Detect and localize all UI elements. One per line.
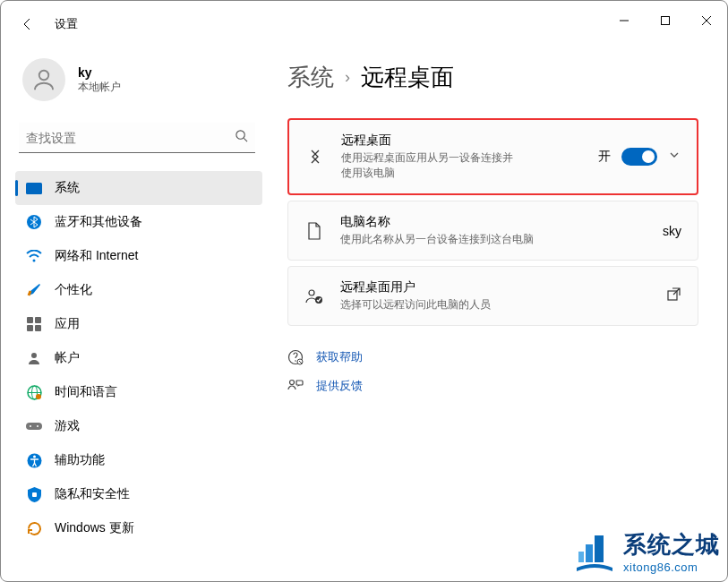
remote-icon bbox=[305, 148, 325, 166]
search-field[interactable] bbox=[26, 131, 235, 145]
svg-rect-11 bbox=[35, 317, 41, 323]
back-button[interactable] bbox=[19, 15, 37, 33]
watermark: 系统之城 xitong86.com bbox=[573, 529, 720, 574]
card-desc: 选择可以远程访问此电脑的人员 bbox=[340, 297, 651, 312]
svg-line-6 bbox=[244, 138, 247, 141]
sidebar-item-accessibility[interactable]: 辅助功能 bbox=[15, 443, 262, 477]
breadcrumb-parent[interactable]: 系统 bbox=[287, 62, 334, 93]
svg-point-32 bbox=[290, 381, 295, 385]
sidebar-item-personalization[interactable]: 个性化 bbox=[15, 273, 262, 307]
pc-name-value: sky bbox=[663, 224, 681, 238]
external-link-icon bbox=[667, 287, 681, 304]
user-block[interactable]: ky 本地帐户 bbox=[15, 58, 262, 101]
sidebar-item-apps[interactable]: 应用 bbox=[15, 307, 262, 341]
card-remote-users[interactable]: 远程桌面用户 选择可以远程访问此电脑的人员 bbox=[287, 266, 698, 326]
sidebar-item-label: 隐私和安全性 bbox=[55, 486, 130, 502]
sidebar-item-label: 系统 bbox=[55, 180, 80, 196]
give-feedback-link[interactable]: 提供反馈 bbox=[287, 378, 698, 394]
chevron-down-icon[interactable] bbox=[668, 149, 681, 165]
sidebar-item-label: 游戏 bbox=[55, 418, 80, 434]
close-button[interactable] bbox=[686, 6, 727, 35]
app-title: 设置 bbox=[55, 16, 78, 32]
account-icon bbox=[26, 350, 42, 366]
sidebar-item-label: 个性化 bbox=[55, 282, 92, 298]
card-remote-desktop[interactable]: 远程桌面 使用远程桌面应用从另一设备连接并使用该电脑 开 bbox=[287, 118, 698, 195]
svg-rect-19 bbox=[26, 423, 42, 430]
link-text: 获取帮助 bbox=[316, 349, 363, 365]
breadcrumb-current: 远程桌面 bbox=[361, 62, 454, 93]
get-help-link[interactable]: 获取帮助 bbox=[287, 349, 698, 365]
svg-rect-24 bbox=[32, 492, 37, 497]
card-title: 远程桌面用户 bbox=[340, 279, 651, 295]
sidebar-item-label: 网络和 Internet bbox=[55, 248, 138, 264]
remote-desktop-toggle[interactable] bbox=[621, 148, 657, 166]
feedback-icon bbox=[287, 379, 304, 393]
sidebar-item-label: 辅助功能 bbox=[55, 452, 105, 468]
user-type: 本地帐户 bbox=[78, 80, 121, 95]
brush-icon bbox=[26, 282, 42, 298]
chevron-right-icon: › bbox=[345, 68, 350, 87]
svg-rect-36 bbox=[578, 552, 584, 562]
sidebar-item-gaming[interactable]: 游戏 bbox=[15, 409, 262, 443]
card-pc-name[interactable]: 电脑名称 使用此名称从另一台设备连接到这台电脑 sky bbox=[287, 201, 698, 261]
svg-rect-12 bbox=[27, 325, 33, 331]
sidebar-item-privacy[interactable]: 隐私和安全性 bbox=[15, 477, 262, 511]
card-title: 电脑名称 bbox=[340, 214, 647, 230]
svg-rect-34 bbox=[595, 535, 604, 562]
sidebar-item-time-language[interactable]: 时间和语言 bbox=[15, 375, 262, 409]
maximize-button[interactable] bbox=[645, 6, 686, 35]
update-icon bbox=[26, 520, 42, 536]
globe-icon bbox=[26, 384, 42, 400]
search-input[interactable] bbox=[19, 123, 255, 153]
shield-icon bbox=[26, 486, 42, 502]
file-icon bbox=[304, 222, 324, 240]
sidebar-item-accounts[interactable]: 帐户 bbox=[15, 341, 262, 375]
card-title: 远程桌面 bbox=[341, 133, 582, 149]
wifi-icon bbox=[26, 248, 42, 264]
sidebar-item-bluetooth[interactable]: 蓝牙和其他设备 bbox=[15, 205, 262, 239]
svg-rect-10 bbox=[27, 317, 33, 323]
apps-icon bbox=[26, 316, 42, 332]
svg-point-29 bbox=[295, 360, 296, 362]
svg-point-5 bbox=[236, 131, 244, 139]
sidebar-item-label: 蓝牙和其他设备 bbox=[55, 214, 142, 230]
system-icon bbox=[26, 180, 42, 196]
svg-point-21 bbox=[37, 425, 39, 427]
watermark-url: xitong86.com bbox=[623, 561, 720, 574]
svg-point-20 bbox=[30, 425, 31, 427]
gamepad-icon bbox=[26, 418, 42, 434]
sidebar-item-network[interactable]: 网络和 Internet bbox=[15, 239, 262, 273]
svg-point-14 bbox=[31, 353, 37, 358]
svg-point-18 bbox=[36, 394, 41, 399]
svg-point-23 bbox=[33, 455, 36, 458]
watermark-title: 系统之城 bbox=[623, 529, 720, 561]
svg-rect-13 bbox=[35, 325, 41, 331]
toggle-state-label: 开 bbox=[598, 149, 611, 165]
minimize-button[interactable] bbox=[604, 6, 645, 35]
accessibility-icon bbox=[26, 452, 42, 468]
svg-rect-7 bbox=[26, 183, 42, 194]
sidebar-item-system[interactable]: 系统 bbox=[15, 171, 262, 205]
help-icon bbox=[287, 349, 304, 365]
svg-point-4 bbox=[39, 71, 49, 81]
watermark-logo bbox=[573, 530, 616, 573]
svg-point-25 bbox=[309, 290, 314, 295]
card-desc: 使用远程桌面应用从另一设备连接并使用该电脑 bbox=[341, 150, 520, 181]
user-name: ky bbox=[78, 65, 121, 80]
search-icon bbox=[235, 129, 248, 146]
bluetooth-icon bbox=[26, 214, 42, 230]
sidebar-item-windows-update[interactable]: Windows 更新 bbox=[15, 511, 262, 545]
card-desc: 使用此名称从另一台设备连接到这台电脑 bbox=[340, 232, 647, 247]
sidebar-item-label: Windows 更新 bbox=[55, 520, 134, 536]
svg-rect-33 bbox=[296, 381, 303, 385]
sidebar-item-label: 时间和语言 bbox=[55, 384, 117, 400]
users-icon bbox=[304, 288, 324, 304]
breadcrumb: 系统 › 远程桌面 bbox=[287, 62, 698, 93]
svg-point-9 bbox=[33, 260, 36, 262]
link-text: 提供反馈 bbox=[316, 378, 363, 394]
avatar bbox=[22, 58, 65, 101]
svg-rect-35 bbox=[586, 544, 593, 562]
sidebar-item-label: 应用 bbox=[55, 316, 80, 332]
svg-rect-1 bbox=[662, 17, 670, 25]
sidebar-item-label: 帐户 bbox=[55, 350, 80, 366]
